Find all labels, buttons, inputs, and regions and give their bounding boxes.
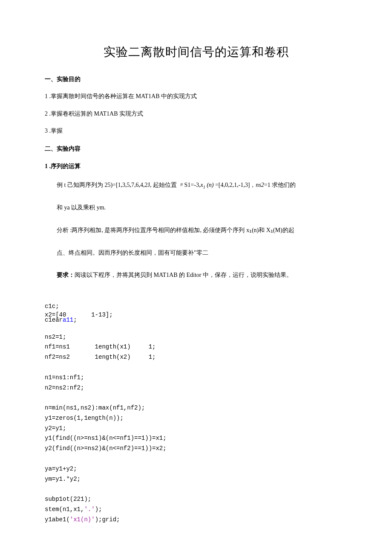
code-line-4: nf1=ns1 1ength(x1) 1; bbox=[45, 343, 156, 350]
code-line-15: subp1ot(221); bbox=[45, 496, 91, 503]
code-line-11: y1(find((n>=ns1)&(n<=nf1)==1))=x1; bbox=[45, 435, 167, 442]
code-line-6: n1=ns1:nf1; bbox=[45, 374, 84, 381]
code-stem-pre: stem(n1,x1, bbox=[45, 506, 84, 513]
code-line-7: n2=ns2:nf2; bbox=[45, 384, 84, 391]
code-clear-tail: ; bbox=[73, 317, 77, 323]
code-line-13: ya=y1+y2; bbox=[45, 465, 77, 472]
code-ylabel-tail: );grid; bbox=[95, 516, 120, 523]
code-line-5: nf2=ns2 1ength(x2) 1; bbox=[45, 354, 156, 360]
code-line-17: y1abe1('x1(n)');grid; bbox=[45, 516, 120, 523]
var-ns2: ns2 bbox=[256, 182, 264, 188]
code-line-12: y2(find((n>=ns2)&(n<=nf2)==1))=x2; bbox=[45, 445, 167, 452]
code-string-dot: '.' bbox=[84, 506, 95, 513]
code-line-1: c1c; bbox=[45, 303, 59, 310]
code-stem-tail: ); bbox=[95, 506, 102, 513]
analysis-line-2: 点、终点相同。因而序列的长度相同，固有可能要补"零二 bbox=[57, 247, 347, 260]
code-overlap-line: x2=[40 1-13];c1eara11; bbox=[45, 312, 347, 322]
objective-1: 1 .掌握离散时间信号的各种运算在 MAT1AB 中的实现方式 bbox=[45, 92, 347, 101]
objective-2: 2 .掌握卷积运算的 MAT1AB 实现方式 bbox=[45, 109, 347, 119]
section-2-heading: 二、实验内容 bbox=[45, 144, 347, 154]
code-line-3: ns2=1; bbox=[45, 334, 66, 340]
subsection-1-heading: 1 .序列的运算 bbox=[45, 162, 347, 171]
code-line-16: stem(n1,x1,'.'); bbox=[45, 506, 102, 513]
example-line-1: 例 t 己知两序列为 25)=[1,3,5,7,6,4,2J, 起始位置 〃S1… bbox=[57, 179, 347, 192]
code-keyword-all: a11 bbox=[63, 317, 73, 323]
code-line-14: ym=y1.*y2; bbox=[45, 476, 81, 482]
ns2-tail: =1 求他们的 bbox=[264, 182, 296, 188]
code-line-9: y1=zeros(1,1ength(n)); bbox=[45, 415, 124, 421]
var-xn: (n) bbox=[205, 182, 215, 188]
matlab-code-block: c1c; x2=[40 1-13];c1eara11; ns2=1; nf1=n… bbox=[45, 291, 347, 525]
section-1-heading: 一、实验目的 bbox=[45, 75, 347, 84]
eq-text: =[4,0,2,1,-1,3]， bbox=[215, 182, 256, 188]
requirement-text: 阅读以下程序，并将其拷贝到 MAT1AB 的 Editor 中，保存，运行，说明… bbox=[75, 272, 292, 278]
example-prefix: 例 t 己知两序列为 25)=[1,3,5,7,6,4,2J, 起始位置 〃S1… bbox=[57, 182, 200, 188]
requirement-line: 要求：阅读以下程序，并将其拷贝到 MAT1AB 的 Editor 中，保存，运行… bbox=[57, 269, 347, 282]
document-title: 实验二离散时间信号的运算和卷积 bbox=[45, 43, 347, 62]
example-line-2: 和 ya 以及乘积 ym. bbox=[57, 201, 347, 215]
analysis-line-1: 分析 :两序列相加, 是将两序列位置序号相同的样值相加, 必须使两个序列 x₁(… bbox=[57, 224, 347, 237]
code-line-8: n=min(ns1,ns2):max(nf1,nf2); bbox=[45, 404, 145, 411]
code-overlap-b: c1eara11; bbox=[45, 315, 77, 325]
objective-3: 3 .掌握 bbox=[45, 126, 347, 136]
code-clear-pre: c1ear bbox=[45, 317, 63, 323]
code-string-x1n: 'x1(n)' bbox=[70, 516, 95, 523]
code-line-10: y2=y1; bbox=[45, 425, 66, 432]
document-page: 实验二离散时间信号的运算和卷积 一、实验目的 1 .掌握离散时间信号的各种运算在… bbox=[0, 0, 392, 555]
requirement-label: 要求： bbox=[57, 272, 75, 278]
code-ylabel-pre: y1abe1( bbox=[45, 516, 70, 523]
